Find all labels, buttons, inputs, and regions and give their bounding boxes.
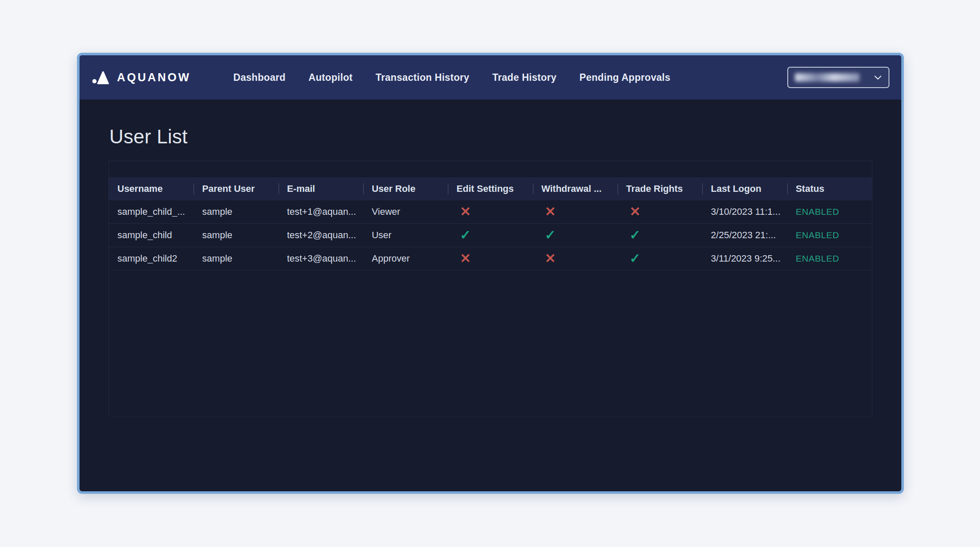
column-header-status: Status	[787, 177, 872, 200]
column-header-last-logon: Last Logon	[702, 177, 787, 200]
check-icon: ✓	[630, 252, 641, 265]
app-window: AQUANOW DashboardAutopilotTransaction Hi…	[77, 53, 904, 494]
nav-item-transaction-history[interactable]: Transaction History	[376, 72, 469, 83]
account-name-masked	[795, 73, 860, 82]
nav-item-dashboard[interactable]: Dashboard	[233, 72, 285, 83]
cell-status: ENABLED	[787, 254, 872, 264]
cell-user_role: User	[363, 230, 448, 241]
cell-status: ENABLED	[787, 230, 872, 240]
column-header-parent-user: Parent User	[194, 177, 278, 200]
cell-username: sample_child_...	[109, 206, 194, 217]
cell-withdrawal: ✓	[533, 228, 618, 242]
column-header-user-role: User Role	[363, 177, 448, 200]
column-header-e-mail: E-mail	[279, 177, 363, 200]
column-header-edit-settings: Edit Settings	[448, 177, 533, 200]
top-navbar: AQUANOW DashboardAutopilotTransaction Hi…	[80, 55, 901, 100]
check-icon: ✓	[545, 228, 556, 242]
brand[interactable]: AQUANOW	[91, 68, 191, 87]
cross-icon: ✕	[545, 205, 556, 218]
cell-email: test+1@aquan...	[279, 206, 363, 217]
cell-username: sample_child	[109, 230, 194, 241]
nav-item-pending-approvals[interactable]: Pending Approvals	[579, 72, 670, 83]
cell-username: sample_child2	[109, 253, 194, 264]
cell-last_logon: 3/11/2023 9:25...	[702, 253, 787, 264]
column-header-username: Username	[109, 177, 194, 200]
cell-user_role: Approver	[363, 253, 448, 264]
page-title: User List	[109, 126, 872, 147]
cell-last_logon: 3/10/2023 11:1...	[702, 206, 787, 217]
cell-edit_settings: ✕	[448, 205, 533, 219]
cell-withdrawal: ✕	[533, 205, 618, 219]
cell-edit_settings: ✕	[448, 252, 533, 265]
cell-trade_rights: ✓	[618, 252, 702, 265]
cell-status: ENABLED	[787, 207, 872, 217]
column-header-withdrawal: Withdrawal ...	[533, 177, 618, 200]
cell-trade_rights: ✕	[618, 205, 702, 219]
cell-withdrawal: ✕	[533, 252, 618, 265]
user-list-table: UsernameParent UserE-mailUser RoleEdit S…	[108, 161, 872, 417]
cell-edit_settings: ✓	[448, 228, 533, 242]
cross-icon: ✕	[460, 205, 471, 218]
main-nav: DashboardAutopilotTransaction HistoryTra…	[233, 72, 670, 83]
check-icon: ✓	[630, 228, 641, 242]
column-header-trade-rights: Trade Rights	[618, 177, 702, 200]
main-content: User List UsernameParent UserE-mailUser …	[80, 100, 901, 491]
nav-item-autopilot[interactable]: Autopilot	[308, 72, 353, 83]
cell-parent_user: sample	[194, 206, 278, 217]
brand-name: AQUANOW	[117, 71, 191, 84]
table-row[interactable]: sample_childsampletest+2@aquan...User✓✓✓…	[109, 224, 872, 247]
table-row[interactable]: sample_child_...sampletest+1@aquan...Vie…	[109, 200, 872, 224]
account-menu-button[interactable]	[787, 67, 889, 88]
cell-email: test+3@aquan...	[279, 253, 363, 264]
cell-email: test+2@aquan...	[279, 230, 363, 241]
check-icon: ✓	[460, 228, 471, 242]
cell-user_role: Viewer	[363, 206, 448, 217]
table-row[interactable]: sample_child2sampletest+3@aquan...Approv…	[109, 247, 872, 271]
cross-icon: ✕	[460, 252, 471, 265]
cell-parent_user: sample	[194, 230, 278, 241]
table-body: sample_child_...sampletest+1@aquan...Vie…	[109, 200, 872, 271]
cell-parent_user: sample	[194, 253, 278, 264]
aquanow-logo-icon	[91, 68, 110, 87]
table-header-row: UsernameParent UserE-mailUser RoleEdit S…	[109, 177, 872, 200]
cell-trade_rights: ✓	[618, 228, 702, 242]
chevron-down-icon	[874, 75, 882, 80]
cross-icon: ✕	[545, 252, 556, 265]
nav-item-trade-history[interactable]: Trade History	[492, 72, 556, 83]
cross-icon: ✕	[630, 205, 641, 218]
cell-last_logon: 2/25/2023 21:...	[702, 230, 787, 241]
